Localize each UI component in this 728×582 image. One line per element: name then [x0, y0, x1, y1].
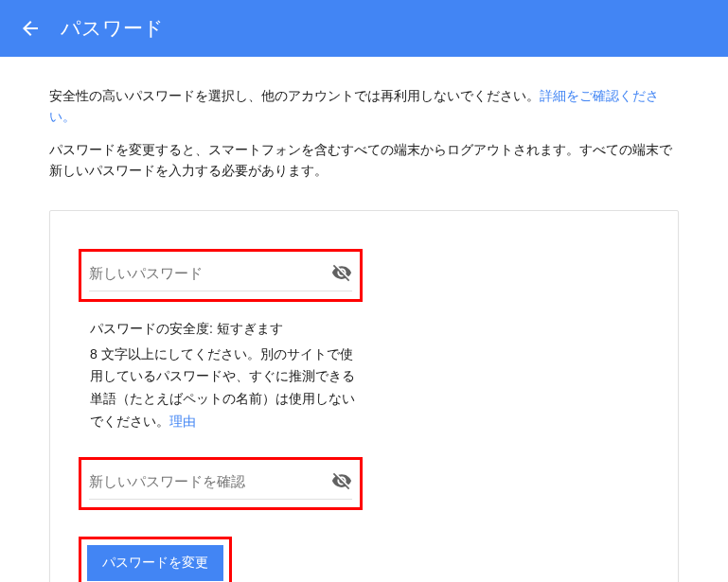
- content: 安全性の高いパスワードを選択し、他のアカウントでは再利用しないでください。詳細を…: [0, 57, 728, 582]
- confirm-password-row: [89, 467, 352, 500]
- submit-button-highlight: パスワードを変更: [79, 537, 232, 582]
- strength-section: パスワードの安全度: 短すぎます 8 文字以上にしてください。別のサイトで使用し…: [90, 321, 360, 433]
- confirm-password-input[interactable]: [89, 467, 331, 495]
- strength-title: パスワードの安全度: 短すぎます: [90, 321, 360, 338]
- intro-text-1: 安全性の高いパスワードを選択し、他のアカウントでは再利用しないでください。詳細を…: [49, 85, 679, 128]
- strength-desc-text: 8 文字以上にしてください。別のサイトで使用しているパスワードや、すぐに推測でき…: [90, 346, 355, 429]
- strength-description: 8 文字以上にしてください。別のサイトで使用しているパスワードや、すぐに推測でき…: [90, 344, 360, 433]
- header: パスワード: [0, 0, 728, 57]
- new-password-row: [89, 259, 352, 291]
- change-password-button[interactable]: パスワードを変更: [87, 545, 223, 581]
- new-password-highlight: [79, 249, 363, 302]
- new-password-input[interactable]: [89, 259, 331, 287]
- visibility-off-icon[interactable]: [331, 470, 352, 491]
- reason-link[interactable]: 理由: [169, 414, 196, 429]
- intro-text-1-part1: 安全性の高いパスワードを選択し、他のアカウントでは再利用しないでください。: [49, 88, 540, 103]
- password-card: パスワードの安全度: 短すぎます 8 文字以上にしてください。別のサイトで使用し…: [49, 210, 679, 582]
- back-arrow-icon[interactable]: [19, 17, 42, 40]
- visibility-off-icon[interactable]: [331, 262, 352, 283]
- confirm-password-highlight: [79, 457, 363, 510]
- header-title: パスワード: [61, 15, 164, 42]
- intro-text-2: パスワードを変更すると、スマートフォンを含むすべての端末からログアウトされます。…: [49, 139, 679, 182]
